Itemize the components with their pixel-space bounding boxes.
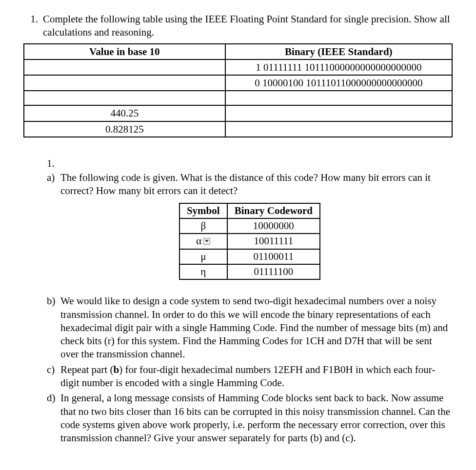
part-c-text: Repeat part (b) for four-digit hexadecim… bbox=[60, 363, 453, 390]
ieee-cell-base10 bbox=[24, 59, 225, 75]
ieee-cell-binary: 1 01111111 10111000000000000000000 bbox=[225, 59, 452, 75]
part-d-text: In general, a long message consists of H… bbox=[60, 392, 453, 445]
part-b-label: b) bbox=[47, 294, 60, 361]
code-th-codeword: Binary Codeword bbox=[227, 203, 320, 218]
ieee-cell-base10: 440.25 bbox=[24, 105, 225, 121]
code-cell-codeword: 10011111 bbox=[227, 234, 320, 249]
code-cell-symbol: η bbox=[179, 264, 227, 279]
ieee-th-base10: Value in base 10 bbox=[24, 44, 225, 59]
q2-number: 1. bbox=[47, 157, 453, 170]
code-cell-codeword: 10000000 bbox=[227, 218, 320, 234]
part-c-prefix: Repeat part ( bbox=[60, 364, 113, 375]
code-cell-symbol: μ bbox=[179, 249, 227, 264]
part-a-text: The following code is given. What is the… bbox=[60, 171, 453, 198]
code-cell-symbol: β bbox=[179, 218, 227, 234]
table-row: μ 01100011 bbox=[179, 249, 320, 264]
dropdown-icon[interactable] bbox=[203, 238, 210, 245]
ieee-cell-base10: 0.828125 bbox=[24, 121, 225, 137]
q1-number: 1. bbox=[23, 13, 43, 39]
code-cell-symbol: α bbox=[179, 234, 227, 249]
q1-prompt: Complete the following table using the I… bbox=[43, 13, 453, 39]
ieee-th-binary: Binary (IEEE Standard) bbox=[225, 44, 452, 59]
part-d-label: d) bbox=[47, 392, 60, 445]
code-th-symbol: Symbol bbox=[179, 203, 227, 218]
ieee-cell-binary: 0 10000100 10111011000000000000000 bbox=[225, 75, 452, 91]
code-cell-codeword: 01100011 bbox=[227, 249, 320, 264]
table-row: 0 10000100 10111011000000000000000 bbox=[24, 75, 452, 91]
part-c-bold: b bbox=[113, 364, 119, 375]
table-row: 0.828125 bbox=[24, 121, 452, 137]
ieee-cell-binary bbox=[225, 105, 452, 121]
table-row bbox=[24, 91, 452, 105]
table-row: 1 01111111 10111000000000000000000 bbox=[24, 59, 452, 75]
part-b-text: We would like to design a code system to… bbox=[60, 294, 453, 361]
ieee-cell-binary bbox=[225, 91, 452, 105]
part-c-label: c) bbox=[47, 363, 60, 390]
table-row: 440.25 bbox=[24, 105, 452, 121]
code-table: Symbol Binary Codeword β 10000000 α 1001… bbox=[179, 203, 320, 280]
part-a-label: a) bbox=[47, 171, 60, 198]
ieee-cell-base10 bbox=[24, 91, 225, 105]
table-row: β 10000000 bbox=[179, 218, 320, 234]
code-cell-codeword: 01111100 bbox=[227, 264, 320, 279]
table-row: α 10011111 bbox=[179, 234, 320, 249]
ieee-cell-binary bbox=[225, 121, 452, 137]
table-row: η 01111100 bbox=[179, 264, 320, 279]
ieee-table: Value in base 10 Binary (IEEE Standard) … bbox=[23, 43, 453, 137]
ieee-cell-base10 bbox=[24, 75, 225, 91]
code-cell-symbol-text: α bbox=[196, 235, 201, 248]
